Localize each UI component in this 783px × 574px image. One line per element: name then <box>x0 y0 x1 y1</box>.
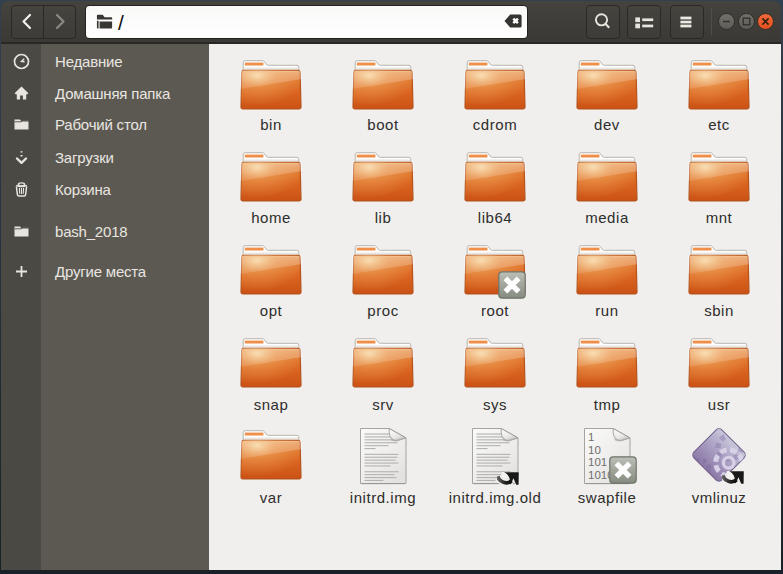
svg-text:101: 101 <box>588 456 607 468</box>
svg-text:1: 1 <box>588 431 594 443</box>
svg-text:10: 10 <box>588 444 601 456</box>
